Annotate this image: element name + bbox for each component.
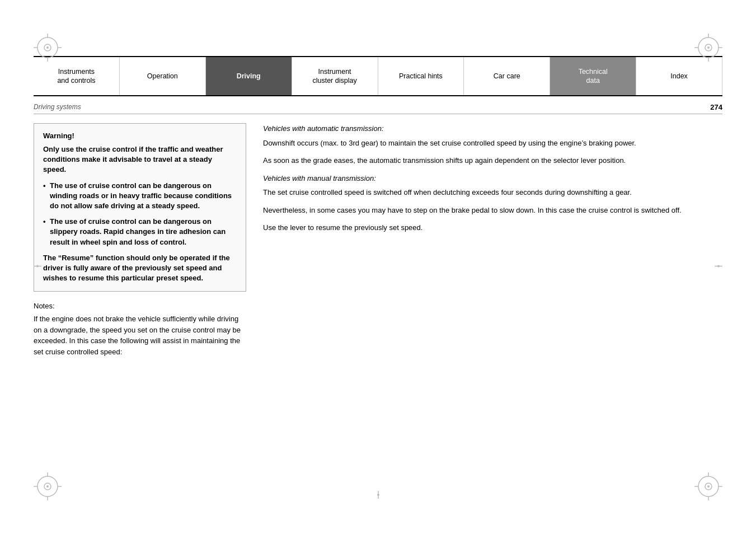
manual-transmission-body: The set cruise controlled speed is switc…	[263, 187, 722, 198]
svg-point-33	[377, 494, 379, 496]
nav-label-index: Index	[670, 72, 688, 81]
right-column: Vehicles with automatic transmission: Do…	[263, 123, 722, 357]
side-marker-bottom	[374, 491, 382, 500]
svg-point-27	[707, 485, 710, 488]
nav-label-car-care: Car care	[494, 72, 520, 81]
nav-label-technical-data: Technical data	[579, 67, 608, 86]
nav-item-car-care[interactable]: Car care	[464, 57, 550, 95]
nav-label-instruments: Instruments and controls	[57, 67, 95, 86]
corner-decoration-br	[694, 472, 722, 500]
nav-item-operation[interactable]: Operation	[120, 57, 206, 95]
nav-label-operation: Operation	[147, 72, 178, 81]
warning-intro: Only use the cruise control if the traff…	[43, 144, 237, 175]
nav-item-driving[interactable]: Driving	[206, 57, 292, 95]
auto-transmission-label: Vehicles with automatic transmission:	[263, 123, 722, 134]
nav-label-practical-hints: Practical hints	[399, 72, 443, 81]
section-title: Driving systems	[34, 103, 81, 111]
notes-section: Notes: If the engine does not brake the …	[34, 302, 246, 357]
left-column: Warning! Only use the cruise control if …	[34, 123, 246, 357]
side-marker-left	[34, 263, 41, 272]
corner-decoration-bl	[34, 472, 62, 500]
svg-point-29	[36, 265, 39, 268]
manual-transmission-body2: Nevertheless, in some cases you may have…	[263, 205, 722, 216]
warning-bullet-2: The use of cruise control can be dangero…	[43, 217, 237, 247]
manual-transmission-label: Vehicles with manual transmission:	[263, 173, 722, 184]
nav-item-technical-data[interactable]: Technical data	[550, 57, 636, 95]
svg-point-31	[717, 265, 720, 268]
nav-label-instrument-cluster: Instrument cluster display	[312, 67, 356, 86]
corner-decoration-tl	[34, 34, 62, 62]
warning-footer: The “Resume” function should only be ope…	[43, 253, 237, 284]
nav-item-index[interactable]: Index	[636, 57, 722, 95]
content-area: Warning! Only use the cruise control if …	[34, 123, 722, 357]
nav-item-practical-hints[interactable]: Practical hints	[378, 57, 464, 95]
page-number: 274	[710, 103, 722, 111]
lever-note: Use the lever to resume the previously s…	[263, 222, 722, 233]
side-marker-right	[715, 263, 722, 272]
notes-title: Notes:	[34, 302, 246, 310]
navigation-bar: Instruments and controls Operation Drivi…	[34, 56, 722, 96]
warning-list: The use of cruise control can be dangero…	[43, 181, 237, 247]
svg-point-20	[46, 485, 49, 488]
warning-title: Warning!	[43, 132, 237, 140]
auto-transmission-body2: As soon as the grade eases, the automati…	[263, 155, 722, 166]
warning-bullet-1: The use of cruise control can be dangero…	[43, 181, 237, 212]
notes-body: If the engine does not brake the vehicle…	[34, 313, 246, 357]
corner-decoration-tr	[694, 34, 722, 62]
nav-label-driving: Driving	[237, 72, 261, 81]
nav-item-instrument-cluster-display[interactable]: Instrument cluster display	[292, 57, 378, 95]
section-heading: Driving systems 274	[34, 103, 722, 114]
svg-point-13	[707, 46, 710, 49]
nav-item-instruments-and-controls[interactable]: Instruments and controls	[34, 57, 120, 95]
auto-transmission-body: Downshift occurs (max. to 3rd gear) to m…	[263, 138, 722, 149]
svg-point-6	[46, 46, 49, 49]
warning-box: Warning! Only use the cruise control if …	[34, 123, 246, 292]
